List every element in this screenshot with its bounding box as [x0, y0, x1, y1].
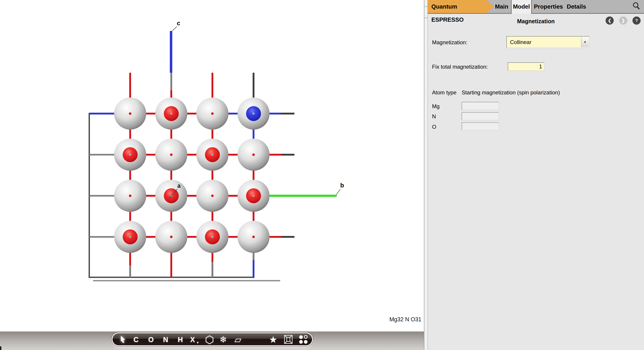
- hidden-mg-dot: [170, 112, 172, 115]
- atom-row-label-o: O: [432, 124, 436, 130]
- axis-leader: [336, 189, 340, 195]
- magnetization-label: Magnetization:: [432, 39, 467, 46]
- axis-leader: [172, 26, 177, 31]
- help-button[interactable]: ?: [632, 16, 640, 25]
- hidden-o-dot: [170, 154, 173, 156]
- o-magnetization-input[interactable]: [462, 122, 499, 130]
- hidden-o-dot: [211, 112, 214, 115]
- atom-row-label-mg: Mg: [432, 103, 440, 109]
- atom-type-header: Atom type: [432, 89, 456, 96]
- search-icon[interactable]: [632, 2, 640, 11]
- tab-properties[interactable]: Properties: [534, 0, 563, 13]
- starting-magnetization-header: Starting magnetization (spin polarizatio…: [462, 89, 560, 96]
- corner-artifact: [0, 347, 1, 350]
- tab-model[interactable]: Model: [511, 0, 532, 14]
- star-tool-icon[interactable]: ★: [269, 335, 277, 345]
- back-button[interactable]: ❮: [606, 16, 614, 25]
- chevron-down-icon[interactable]: ▼: [581, 37, 589, 47]
- element-n-button[interactable]: N: [163, 336, 168, 344]
- splitter-tick: [424, 6, 428, 7]
- element-o-button[interactable]: O: [148, 336, 154, 344]
- magnetization-select-value: Collinear: [510, 39, 532, 45]
- ring-tool-icon[interactable]: ⬡: [205, 334, 214, 346]
- fix-total-magnetization-input[interactable]: [508, 62, 544, 71]
- hidden-mg-dot: [252, 195, 255, 197]
- tab-main[interactable]: Main: [495, 0, 508, 13]
- hidden-o-dot: [170, 236, 173, 238]
- splitter-tick: [424, 18, 428, 18]
- axis-label-a: a: [177, 182, 181, 189]
- plane-tool-icon[interactable]: ▱: [234, 335, 242, 345]
- hidden-mg-dot: [129, 154, 131, 156]
- structure-viewport[interactable]: cab Mg32 N O31 C O N H X ▼ ⬡ ❄ ▱ ★: [0, 0, 424, 350]
- tab-quantum-espresso[interactable]: Quantum ESPRESSO: [428, 0, 486, 13]
- fix-total-magnetization-label: Fix total magnetization:: [432, 64, 488, 70]
- structure-canvas[interactable]: cab: [0, 0, 424, 332]
- panel-tab-bar: Quantum ESPRESSO Main Model Properties D…: [428, 0, 644, 14]
- axis-label-b: b: [340, 182, 344, 189]
- fragments-tool-icon[interactable]: [298, 334, 308, 346]
- element-toolbar: C O N H X ▼ ⬡ ❄ ▱ ★: [112, 332, 313, 346]
- element-x-button[interactable]: X: [190, 336, 195, 344]
- tab-separator: [494, 1, 495, 12]
- hidden-o-dot: [129, 112, 132, 115]
- hidden-mg-dot: [129, 236, 131, 238]
- snowflake-tool-icon[interactable]: ❄: [220, 335, 227, 345]
- unit-cell-tool-icon[interactable]: [283, 335, 293, 345]
- element-h-button[interactable]: H: [178, 336, 183, 344]
- hidden-o-dot: [211, 195, 214, 197]
- magnetization-select[interactable]: Collinear ▼: [506, 36, 590, 48]
- element-dropdown-icon[interactable]: ▼: [196, 341, 199, 344]
- hidden-o-dot: [252, 236, 255, 238]
- hidden-o-dot: [252, 154, 255, 156]
- hidden-o-dot: [129, 195, 132, 197]
- mg-magnetization-input[interactable]: [462, 102, 499, 110]
- hidden-mg-dot: [211, 154, 214, 156]
- cursor-tool-icon[interactable]: [119, 335, 126, 344]
- hidden-mg-dot: [211, 236, 214, 238]
- application-window: cab Mg32 N O31 C O N H X ▼ ⬡ ❄ ▱ ★: [0, 0, 644, 350]
- structure-formula-label: Mg32 N O31: [362, 316, 422, 323]
- forward-button[interactable]: ❯: [619, 16, 627, 25]
- tab-details[interactable]: Details: [567, 0, 586, 13]
- axis-label-c: c: [177, 20, 180, 27]
- pane-splitter[interactable]: [424, 0, 428, 350]
- atom-row-label-n: N: [432, 113, 436, 120]
- n-magnetization-input[interactable]: [462, 112, 499, 120]
- hidden-mg-dot: [252, 112, 255, 115]
- settings-panel: Quantum ESPRESSO Main Model Properties D…: [428, 0, 644, 350]
- element-c-button[interactable]: C: [134, 336, 138, 344]
